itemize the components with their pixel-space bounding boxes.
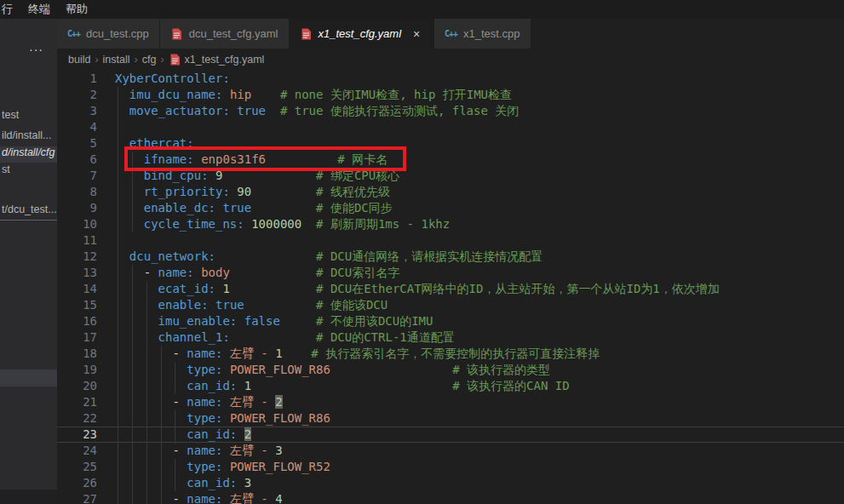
code-line-content: enable_dc: true # 使能DC同步 (115, 200, 844, 216)
gutter-line-number: 8 (57, 184, 97, 200)
tab-dcu_test_cfg.yaml[interactable]: dcu_test_cfg.yaml (160, 19, 289, 49)
code-line[interactable]: 21 - name: 左臂 - 2 (57, 394, 844, 410)
code-line[interactable]: 22 type: POWER_FLOW_R86 (57, 410, 844, 427)
sidebar-item[interactable]: st (2, 163, 57, 175)
code-line-content: - name: 左臂 - 4 (115, 491, 844, 504)
code-line[interactable]: 15 enable: true # 使能该DCU (57, 297, 844, 313)
code-line-content: can_id: 3 (115, 475, 844, 491)
indent-guide (118, 329, 118, 346)
code-line[interactable]: 2 imu_dcu_name: hip # none 关闭IMU检查, hip … (57, 87, 844, 103)
indent-guide (175, 459, 175, 475)
code-editor[interactable]: 1XyberController:2 imu_dcu_name: hip # n… (57, 71, 844, 504)
code-line-content: type: POWER_FLOW_R86 (115, 410, 844, 427)
tab-x1_test_cfg.yaml[interactable]: x1_test_cfg.yaml× (290, 19, 434, 49)
code-line[interactable]: 10 cycle_time_ns: 1000000 # 刷新周期1ms - 1k… (57, 216, 844, 232)
cpp-file-icon: C++ (67, 27, 80, 40)
indent-guide (132, 313, 133, 329)
indent-guide (118, 87, 118, 103)
code-line[interactable]: 16 imu_enable: false # 不使用该DCU的IMU (57, 313, 844, 329)
code-line-content: - name: 左臂 - 3 (115, 443, 844, 459)
indent-guide (118, 459, 118, 475)
sidebar-selected-row[interactable] (0, 369, 57, 387)
indent-guide (161, 427, 162, 444)
sidebar-item[interactable]: d/install/cfg (2, 146, 57, 158)
chevron-right-icon: › (90, 54, 102, 66)
code-line[interactable]: 17 channel_1: # DCU的CTRL-1通道配置 (57, 329, 844, 346)
indent-guide (118, 103, 118, 119)
code-line-content: move_actuator: true # true 使能执行器运动测试, fl… (115, 103, 844, 119)
indent-guide (146, 297, 147, 313)
indent-guide (118, 281, 118, 297)
close-icon[interactable]: × (410, 27, 423, 41)
indent-guide (161, 362, 162, 378)
code-line[interactable]: 6 ifname: enp0s31f6 # 网卡名 (57, 152, 844, 168)
code-line[interactable]: 27 - name: 左臂 - 4 (57, 491, 844, 504)
code-line[interactable]: 25 type: POWER_FLOW_R52 (57, 459, 844, 475)
code-line-content: - name: 左臂 - 2 (115, 394, 844, 410)
yaml-file-icon (169, 54, 181, 66)
indent-guide (132, 200, 133, 216)
gutter-line-number: 17 (57, 329, 97, 346)
code-line[interactable]: 20 can_id: 1 # 该执行器的CAN ID (57, 378, 844, 394)
indent-guide (146, 475, 147, 491)
breadcrumb: build›install›cfg›x1_test_cfg.yaml (57, 49, 844, 71)
code-line[interactable]: 24 - name: 左臂 - 3 (57, 443, 844, 459)
gutter-line-number: 14 (57, 281, 97, 297)
editor-tab-bar: C++dcu_test.cppdcu_test_cfg.yamlx1_test_… (57, 19, 844, 49)
vscode-window: 行终端帮助 ··· testild/install...d/install/cf… (0, 0, 844, 504)
menu-item-终端[interactable]: 终端 (20, 0, 58, 19)
breadcrumb-file[interactable]: x1_test_cfg.yaml (185, 54, 265, 66)
indent-guide (161, 346, 162, 362)
indent-guide (118, 216, 118, 232)
indent-guide (146, 378, 147, 394)
indent-guide (146, 281, 147, 297)
indent-guide (132, 346, 133, 362)
indent-guide (132, 443, 133, 459)
tab-x1_test.cpp[interactable]: C++x1_test.cpp (434, 19, 531, 49)
code-line[interactable]: 12 dcu_network: # DCU通信网络，请根据实机连接情况配置 (57, 249, 844, 265)
code-line[interactable]: 8 rt_priority: 90 # 线程优先级 (57, 184, 844, 200)
breadcrumb-segment[interactable]: cfg (142, 54, 157, 66)
code-line[interactable]: 23 can_id: 2 (57, 427, 844, 443)
code-line[interactable]: 9 enable_dc: true # 使能DC同步 (57, 200, 844, 216)
code-line-content: ifname: enp0s31f6 # 网卡名 (115, 152, 844, 168)
sidebar-item[interactable]: t/dcu_test... (2, 203, 57, 215)
code-line-content: can_id: 2 (115, 427, 844, 442)
code-line[interactable]: 11 (57, 232, 844, 249)
more-actions-icon[interactable]: ··· (29, 43, 43, 56)
code-line-content: type: POWER_FLOW_R86 # 该执行器的类型 (115, 362, 844, 378)
indent-guide (118, 200, 118, 216)
code-line[interactable]: 26 can_id: 3 (57, 475, 844, 491)
code-line[interactable]: 7 bind_cpu: 9 # 绑定CPU核心 (57, 168, 844, 184)
chevron-right-icon: › (156, 54, 168, 66)
menu-item-行[interactable]: 行 (0, 0, 20, 19)
breadcrumb-segment[interactable]: install (103, 54, 130, 66)
indent-guide (132, 216, 133, 232)
code-line[interactable]: 18 - name: 左臂 - 1 # 执行器索引名字，不需要控制的执行器可直接… (57, 346, 844, 362)
indent-guide (161, 410, 162, 427)
code-line-content: - name: body # DCU索引名字 (115, 265, 844, 281)
code-line-content: imu_dcu_name: hip # none 关闭IMU检查, hip 打开… (115, 87, 844, 103)
indent-guide (132, 410, 133, 427)
gutter-line-number: 23 (57, 427, 97, 442)
sidebar-divider (0, 220, 57, 220)
code-line-content: bind_cpu: 9 # 绑定CPU核心 (115, 168, 844, 184)
gutter-line-number: 19 (57, 362, 97, 378)
menu-item-帮助[interactable]: 帮助 (58, 0, 95, 19)
sidebar-item[interactable]: ild/install... (2, 129, 57, 141)
sidebar-item[interactable]: test (2, 109, 57, 121)
code-line[interactable]: 4 (57, 119, 844, 135)
word-highlight: 2 (244, 427, 251, 441)
code-line[interactable]: 14 ecat_id: 1 # DCU在EtherCAT网络中的ID，从主站开始… (57, 281, 844, 297)
code-line[interactable]: 13 - name: body # DCU索引名字 (57, 265, 844, 281)
code-line[interactable]: 5 ethercat: (57, 135, 844, 152)
code-line[interactable]: 3 move_actuator: true # true 使能执行器运动测试, … (57, 103, 844, 119)
indent-guide (132, 362, 133, 378)
indent-guide (132, 459, 133, 475)
indent-guide (118, 232, 118, 249)
breadcrumb-segment[interactable]: build (68, 54, 90, 66)
indent-guide (132, 491, 133, 504)
code-line[interactable]: 1XyberController: (57, 71, 844, 87)
tab-dcu_test.cpp[interactable]: C++dcu_test.cpp (57, 19, 159, 49)
code-line[interactable]: 19 type: POWER_FLOW_R86 # 该执行器的类型 (57, 362, 844, 378)
